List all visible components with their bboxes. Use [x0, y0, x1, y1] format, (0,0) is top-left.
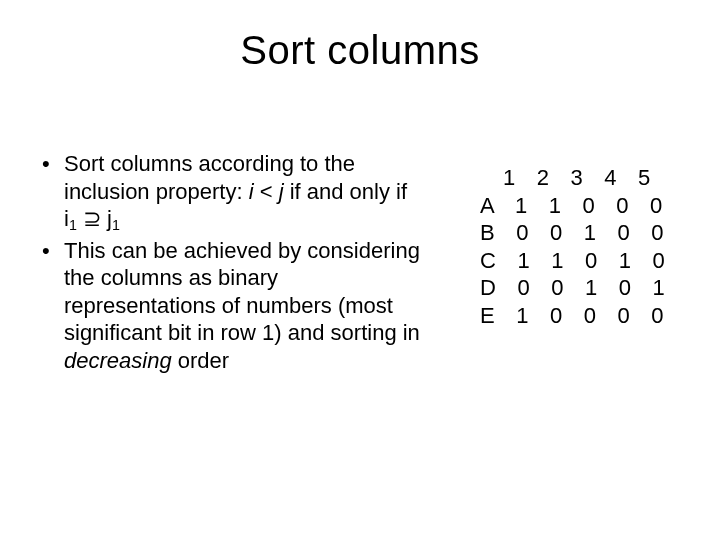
slide: Sort columns Sort columns according to t… — [0, 0, 720, 540]
bullet-2: This can be achieved by considering the … — [40, 237, 420, 375]
bullet-1-sub1: 1 — [69, 217, 77, 233]
matrix-row-e: E 1 0 0 0 0 — [480, 302, 672, 330]
matrix-table: 1 2 3 4 5 A 1 1 0 0 0 B 0 0 1 0 0 C 1 1 … — [480, 164, 672, 378]
bullet-2-text-a: This can be achieved by considering the … — [64, 238, 420, 346]
matrix-row-c: C 1 1 0 1 0 — [480, 247, 672, 275]
matrix-row-a: A 1 1 0 0 0 — [480, 192, 672, 220]
matrix-row-d: D 0 0 1 0 1 — [480, 274, 672, 302]
bullet-2-text-b: order — [172, 348, 229, 373]
slide-body: Sort columns according to the inclusion … — [40, 150, 680, 378]
bullet-1: Sort columns according to the inclusion … — [40, 150, 420, 233]
bullet-1-superset: ⊇ — [77, 206, 107, 231]
bullet-1-lt: < — [254, 179, 279, 204]
bullet-list: Sort columns according to the inclusion … — [40, 150, 420, 378]
matrix-row-b: B 0 0 1 0 0 — [480, 219, 672, 247]
matrix-header: 1 2 3 4 5 — [480, 164, 672, 192]
bullet-1-sub2: 1 — [112, 217, 120, 233]
bullet-2-decreasing: decreasing — [64, 348, 172, 373]
slide-title: Sort columns — [0, 28, 720, 73]
